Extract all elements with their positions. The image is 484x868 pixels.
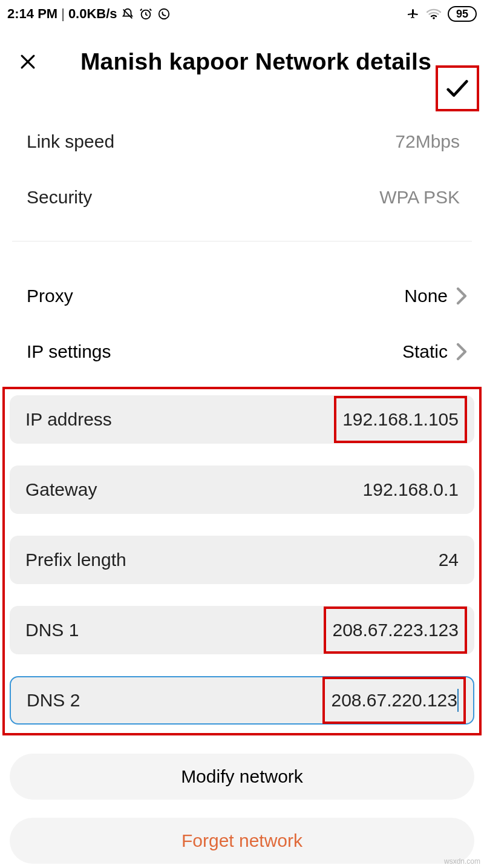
text-cursor — [457, 689, 459, 712]
row-security: Security WPA PSK — [12, 169, 472, 225]
row-ip-settings[interactable]: IP settings Static — [12, 324, 472, 380]
status-icons-left — [121, 7, 171, 21]
row-link-speed: Link speed 72Mbps — [12, 114, 472, 169]
page-title: Manish kapoor Network details — [41, 48, 477, 75]
forget-network-button[interactable]: Forget network — [10, 818, 474, 864]
prefix-length-label: Prefix length — [25, 550, 126, 570]
watermark: wsxdn.com — [444, 857, 480, 866]
dns1-label: DNS 1 — [25, 620, 79, 640]
row-signal-strength: Signal strength Excellent — [12, 96, 472, 114]
gateway-label: Gateway — [25, 479, 97, 500]
status-right: 95 — [405, 6, 477, 22]
status-divider: | — [61, 6, 65, 22]
modify-network-button[interactable]: Modify network — [10, 754, 474, 800]
static-ip-fields-highlight: IP address 192.168.1.105 Gateway 192.168… — [2, 387, 482, 735]
svg-point-2 — [433, 17, 435, 19]
wifi-icon — [426, 8, 442, 20]
forget-network-label: Forget network — [182, 830, 302, 851]
status-left: 2:14 PM | 0.0KB/s — [7, 6, 171, 22]
dns1-field[interactable]: DNS 1 208.67.223.123 — [10, 606, 474, 654]
dns1-value: 208.67.223.123 — [332, 620, 459, 640]
ip-address-value: 192.168.1.105 — [342, 409, 459, 430]
status-speed: 0.0KB/s — [68, 6, 117, 22]
status-bar: 2:14 PM | 0.0KB/s 95 — [0, 0, 484, 28]
security-label: Security — [12, 187, 92, 208]
modify-network-label: Modify network — [181, 766, 303, 787]
alarm-icon — [139, 7, 152, 21]
prefix-length-field[interactable]: Prefix length 24 — [10, 536, 474, 584]
security-value: WPA PSK — [379, 187, 472, 208]
whatsapp-icon — [157, 7, 171, 21]
gateway-field[interactable]: Gateway 192.168.0.1 — [10, 465, 474, 514]
dnd-icon — [121, 7, 134, 21]
row-proxy[interactable]: Proxy None — [12, 268, 472, 324]
details-list: Signal strength Excellent Link speed 72M… — [0, 96, 484, 380]
ip-address-label: IP address — [25, 409, 112, 430]
ip-settings-value: Static — [402, 341, 448, 362]
status-time: 2:14 PM — [7, 6, 57, 22]
battery-indicator: 95 — [448, 6, 477, 22]
header: Manish kapoor Network details — [0, 28, 484, 96]
divider — [12, 241, 472, 242]
proxy-action: None — [404, 286, 472, 306]
prefix-length-value: 24 — [439, 550, 459, 570]
ip-settings-action: Static — [402, 341, 472, 362]
chevron-right-icon — [456, 287, 467, 305]
close-button[interactable] — [15, 48, 41, 75]
gateway-value: 192.168.0.1 — [363, 479, 459, 500]
link-speed-value: 72Mbps — [395, 131, 472, 152]
link-speed-label: Link speed — [12, 131, 114, 152]
airplane-icon — [405, 7, 420, 21]
dns2-field[interactable]: DNS 2 208.67.220.123 — [10, 676, 474, 725]
chevron-right-icon — [456, 343, 467, 361]
ip-address-field[interactable]: IP address 192.168.1.105 — [10, 395, 474, 444]
dns2-label: DNS 2 — [27, 690, 80, 711]
proxy-value: None — [404, 286, 448, 306]
proxy-label: Proxy — [12, 286, 73, 306]
dns2-value: 208.67.220.123 — [331, 690, 457, 711]
close-icon — [18, 51, 38, 72]
ip-settings-label: IP settings — [12, 341, 111, 362]
